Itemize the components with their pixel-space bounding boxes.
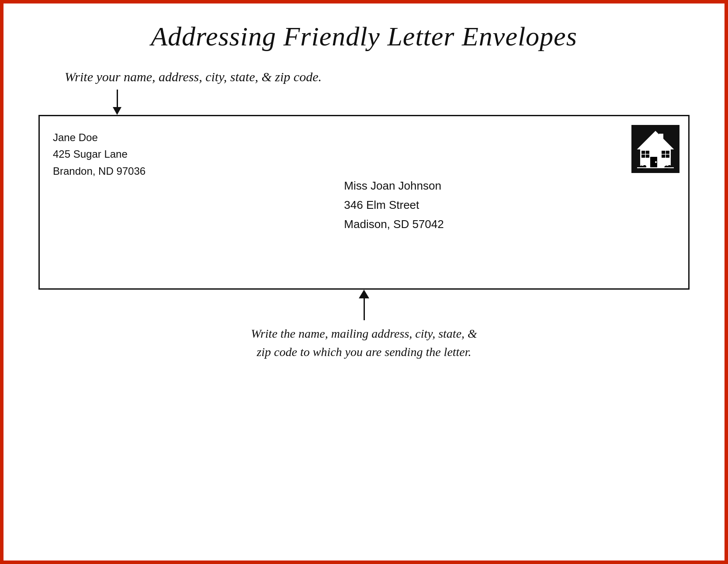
return-address-line3: Brandon, ND 97036	[53, 163, 146, 180]
return-address-note: Write your name, address, city, state, &…	[65, 69, 690, 84]
recipient-address-line3: Madison, SD 57042	[344, 215, 444, 234]
recipient-address: Miss Joan Johnson 346 Elm Street Madison…	[344, 176, 444, 234]
recipient-address-line2: 346 Elm Street	[344, 196, 444, 215]
stamp	[631, 125, 679, 173]
svg-point-11	[655, 161, 657, 163]
recipient-note: Write the name, mailing address, city, s…	[38, 325, 690, 361]
page-title: Addressing Friendly Letter Envelopes	[38, 21, 690, 52]
arrow-up-icon	[359, 290, 369, 320]
recipient-note-line1: Write the name, mailing address, city, s…	[38, 325, 690, 343]
return-address: Jane Doe 425 Sugar Lane Brandon, ND 9703…	[53, 129, 146, 180]
return-address-line2: 425 Sugar Lane	[53, 146, 146, 163]
arrow-down-container	[113, 89, 690, 115]
svg-rect-10	[659, 134, 663, 142]
arrow-up-container	[38, 290, 690, 325]
page-container: Addressing Friendly Letter Envelopes Wri…	[3, 3, 725, 561]
recipient-note-line2: zip code to which you are sending the le…	[38, 343, 690, 361]
recipient-address-line1: Miss Joan Johnson	[344, 176, 444, 195]
svg-marker-1	[638, 131, 673, 149]
arrow-down-icon	[113, 90, 121, 115]
house-icon	[634, 127, 677, 171]
return-address-line1: Jane Doe	[53, 129, 146, 146]
envelope: Jane Doe 425 Sugar Lane Brandon, ND 9703…	[38, 115, 690, 290]
